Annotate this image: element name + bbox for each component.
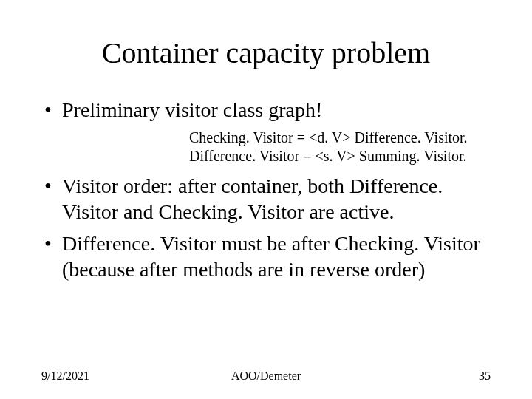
bullet-item: Difference. Visitor must be after Checki… [41, 231, 491, 282]
code-block: Checking. Visitor = <d. V> Difference. V… [189, 129, 491, 166]
footer: 9/12/2021 AOO/Demeter 35 [41, 369, 491, 383]
slide-title: Container capacity problem [41, 35, 491, 70]
bullet-list: Visitor order: after container, both Dif… [41, 173, 491, 282]
code-line: Difference. Visitor = <s. V> Summing. Vi… [189, 147, 491, 166]
bullet-list: Preliminary visitor class graph! [41, 97, 491, 123]
code-line: Checking. Visitor = <d. V> Difference. V… [189, 129, 491, 147]
footer-center: AOO/Demeter [41, 369, 491, 383]
slide: Container capacity problem Preliminary v… [0, 0, 532, 399]
bullet-item: Preliminary visitor class graph! [41, 97, 491, 123]
bullet-item: Visitor order: after container, both Dif… [41, 173, 491, 225]
